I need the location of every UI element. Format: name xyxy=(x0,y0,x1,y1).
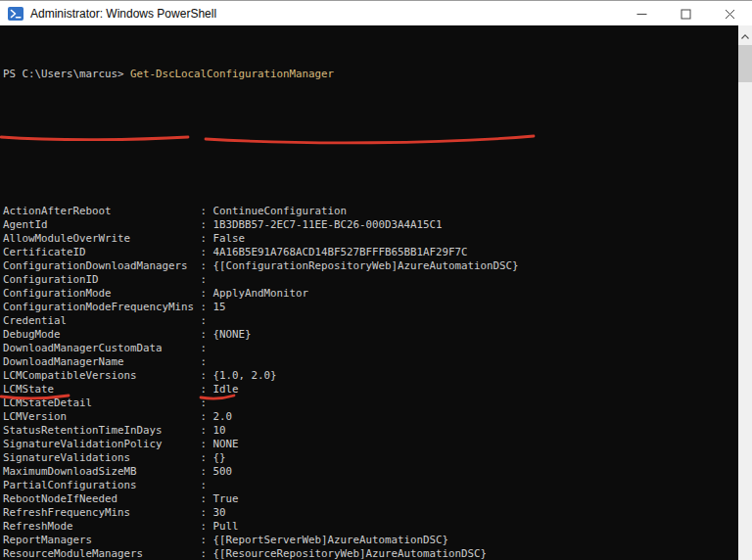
property-row: ConfigurationDownloadManagers:{[Configur… xyxy=(3,259,738,273)
separator-colon: : xyxy=(201,410,208,424)
title-bar[interactable]: Administrator: Windows PowerShell xyxy=(0,0,752,25)
property-row: SignatureValidationPolicy:NONE xyxy=(3,438,738,451)
separator-colon: : xyxy=(201,492,208,506)
property-row: StatusRetentionTimeInDays:10 xyxy=(3,424,738,438)
separator-colon: : xyxy=(201,547,208,560)
property-value: True xyxy=(213,492,239,505)
property-value: {NONE} xyxy=(213,328,252,341)
minimize-icon xyxy=(636,5,647,23)
property-name: CertificateID xyxy=(3,246,194,259)
separator-colon: : xyxy=(201,506,208,520)
console-output[interactable]: PS C:\Users\marcus> Get-DscLocalConfigur… xyxy=(0,25,738,560)
property-name: ConfigurationModeFrequencyMins xyxy=(3,301,194,314)
property-name: ReportManagers xyxy=(3,534,194,547)
property-value: {[ResourceRepositoryWeb]AzureAutomationD… xyxy=(213,547,488,560)
property-value: {[ConfigurationRepositoryWeb]AzureAutoma… xyxy=(213,259,519,272)
property-name: LCMCompatibleVersions xyxy=(3,369,194,383)
scroll-up-button[interactable] xyxy=(738,25,752,42)
separator-colon: : xyxy=(201,369,208,383)
close-icon xyxy=(725,5,735,23)
property-row: SignatureValidations:{} xyxy=(3,451,738,465)
property-name: DownloadManagerName xyxy=(3,355,194,369)
maximize-icon xyxy=(681,5,691,23)
separator-colon: : xyxy=(201,520,208,534)
powershell-window: Administrator: Windows PowerShell PS C:\… xyxy=(0,0,752,560)
property-name: SignatureValidationPolicy xyxy=(3,438,194,451)
property-row: DownloadManagerCustomData: xyxy=(3,342,738,355)
separator-colon: : xyxy=(201,246,208,259)
separator-colon: : xyxy=(201,397,208,410)
property-name: Credential xyxy=(3,314,194,328)
separator-colon: : xyxy=(201,328,208,342)
property-value: 10 xyxy=(213,424,226,437)
property-row: RefreshMode:Pull xyxy=(3,520,738,534)
property-value: NONE xyxy=(213,438,239,450)
separator-colon: : xyxy=(201,301,208,314)
property-row: ReportManagers:{[ReportServerWeb]AzureAu… xyxy=(3,534,738,547)
property-name: RebootNodeIfNeeded xyxy=(3,492,194,506)
close-button[interactable] xyxy=(708,1,752,26)
separator-colon: : xyxy=(201,314,208,328)
property-value: 4A16B5E91A768ACD14BF527BFFFB65BB1AF29F7C xyxy=(213,246,468,258)
property-row: PartialConfigurations: xyxy=(3,479,738,492)
property-row: RefreshFrequencyMins:30 xyxy=(3,506,738,520)
property-value: ApplyAndMonitor xyxy=(213,287,309,300)
property-row: LCMState:Idle xyxy=(3,383,738,397)
underline-configurationdownloadmanagers-name xyxy=(1,137,188,140)
property-row: Credential: xyxy=(3,314,738,328)
property-value: Idle xyxy=(213,383,239,396)
separator-colon: : xyxy=(201,534,208,547)
property-row: MaximumDownloadSizeMB:500 xyxy=(3,465,738,479)
property-row: LCMCompatibleVersions:{1.0, 2.0} xyxy=(3,369,738,383)
separator-colon: : xyxy=(201,218,208,232)
separator-colon: : xyxy=(201,383,208,397)
property-value: False xyxy=(213,232,246,245)
property-value: {[ReportServerWeb]AzureAutomationDSC} xyxy=(213,534,449,546)
property-name: LCMVersion xyxy=(3,410,194,424)
property-row: ConfigurationID: xyxy=(3,273,738,287)
property-value: 30 xyxy=(213,506,226,519)
scrollbar[interactable] xyxy=(738,25,752,560)
property-row: ResourceModuleManagers:{[ResourceReposit… xyxy=(3,547,738,560)
property-row: ConfigurationModeFrequencyMins:15 xyxy=(3,301,738,314)
separator-colon: : xyxy=(201,259,208,273)
property-value: 500 xyxy=(213,465,233,478)
property-value: 1B3DBB57-2EC7-11EE-BC26-000D3A4A15C1 xyxy=(213,218,443,231)
property-row: RebootNodeIfNeeded:True xyxy=(3,492,738,506)
property-name: ResourceModuleManagers xyxy=(3,547,194,560)
property-name: RefreshMode xyxy=(3,520,194,534)
property-name: RefreshFrequencyMins xyxy=(3,506,194,520)
separator-colon: : xyxy=(201,424,208,438)
separator-colon: : xyxy=(201,479,208,492)
maximize-button[interactable] xyxy=(664,1,708,26)
property-row: LCMStateDetail: xyxy=(3,397,738,410)
window-title: Administrator: Windows PowerShell xyxy=(30,7,620,21)
property-row: ActionAfterReboot:ContinueConfiguration xyxy=(3,205,738,218)
property-value: Pull xyxy=(213,520,239,533)
property-row: DownloadManagerName: xyxy=(3,355,738,369)
property-name: MaximumDownloadSizeMB xyxy=(3,465,194,479)
property-name: StatusRetentionTimeInDays xyxy=(3,424,194,438)
minimize-button[interactable] xyxy=(620,1,664,26)
scrollbar-thumb[interactable] xyxy=(738,45,752,82)
powershell-icon xyxy=(8,7,24,21)
property-name: LCMStateDetail xyxy=(3,397,194,410)
separator-colon: : xyxy=(201,355,208,369)
property-value: {} xyxy=(213,451,226,464)
separator-colon: : xyxy=(201,273,208,287)
property-name: LCMState xyxy=(3,383,194,397)
property-row: AllowModuleOverWrite:False xyxy=(3,232,738,246)
property-name: AllowModuleOverWrite xyxy=(3,232,194,246)
separator-colon: : xyxy=(201,232,208,246)
separator-colon: : xyxy=(201,287,208,301)
property-name: ConfigurationMode xyxy=(3,287,194,301)
property-value: 2.0 xyxy=(213,410,233,423)
property-name: ConfigurationDownloadManagers xyxy=(3,259,194,273)
chevron-up-icon xyxy=(741,24,749,43)
prompt-text: PS C:\Users\marcus> xyxy=(3,68,130,80)
property-row: AgentId:1B3DBB57-2EC7-11EE-BC26-000D3A4A… xyxy=(3,218,738,232)
property-row: CertificateID:4A16B5E91A768ACD14BF527BFF… xyxy=(3,246,738,259)
property-name: SignatureValidations xyxy=(3,451,194,465)
property-name: PartialConfigurations xyxy=(3,479,194,492)
separator-colon: : xyxy=(201,342,208,355)
